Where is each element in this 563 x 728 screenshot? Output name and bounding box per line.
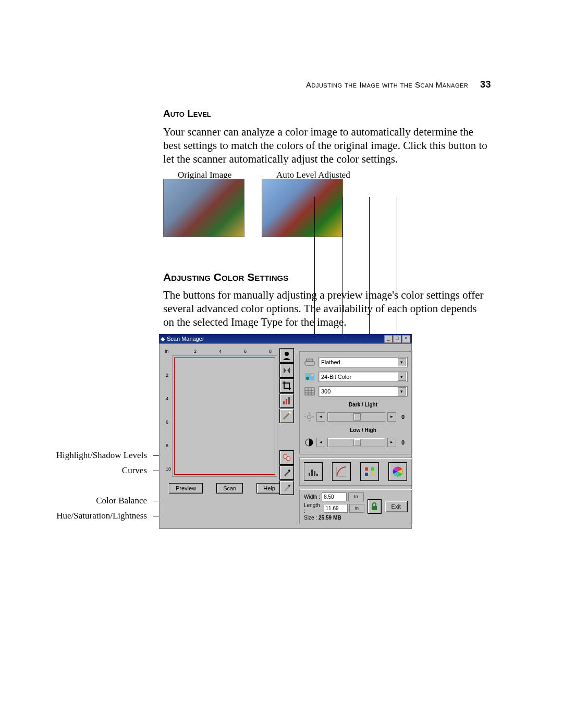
tool-mirror[interactable]	[279, 363, 294, 378]
minimize-button[interactable]: _	[384, 335, 393, 343]
curves-button[interactable]	[332, 462, 351, 481]
low-high-slider[interactable]	[327, 438, 385, 447]
svg-rect-33	[365, 473, 368, 476]
dark-light-value: 0	[398, 413, 408, 421]
callout-highlight-shadow: Highlight/Shadow Levels	[56, 450, 147, 461]
paragraph-adjusting-color-settings: The buttons for manually adjusting a pre…	[163, 288, 489, 329]
svg-rect-36	[372, 506, 377, 510]
color-balance-button[interactable]	[360, 462, 379, 481]
app-icon: ◆	[161, 336, 165, 342]
svg-rect-25	[309, 473, 310, 476]
svg-point-12	[306, 377, 309, 380]
dark-light-label: Dark / Light	[319, 402, 408, 408]
tool-wand[interactable]	[279, 409, 294, 423]
ruler-horizontal: In 2 4 6 8	[172, 348, 277, 356]
tool-levels[interactable]	[279, 393, 294, 408]
svg-rect-34	[371, 473, 374, 476]
color-mode-combo[interactable]: 24-Bit Color	[319, 372, 408, 382]
eyedropper-icon	[282, 483, 291, 492]
thumbnail-original	[163, 179, 244, 237]
running-head: Adjusting the Image with the Scan Manage…	[306, 79, 491, 90]
low-high-value: 0	[398, 438, 408, 447]
heading-adjusting-color-settings: Adjusting Color Settings	[163, 271, 288, 283]
svg-rect-3	[288, 397, 290, 404]
scan-button[interactable]: Scan	[216, 483, 243, 493]
svg-rect-26	[311, 470, 313, 476]
close-button[interactable]: ×	[402, 335, 410, 343]
resolution-combo[interactable]: 300	[319, 386, 408, 397]
svg-point-6	[286, 456, 290, 461]
tool-crop[interactable]	[279, 378, 294, 393]
callout-color-balance: Color Balance	[96, 496, 147, 506]
low-high-inc[interactable]: ▸	[387, 438, 396, 447]
svg-point-19	[307, 415, 311, 419]
ruler-unit-label: In	[165, 349, 169, 354]
svg-rect-10	[307, 359, 313, 361]
wand-icon	[282, 411, 291, 421]
svg-rect-27	[314, 471, 315, 476]
tool-face-picker[interactable]	[279, 450, 294, 465]
svg-rect-32	[371, 467, 374, 471]
length-unit[interactable]: In	[349, 504, 364, 513]
window-title: Scan Manager	[167, 336, 204, 342]
heading-auto-level: Auto Level	[163, 108, 211, 119]
svg-rect-31	[365, 467, 368, 471]
dark-light-inc[interactable]: ▸	[387, 412, 396, 422]
histogram-icon	[307, 465, 320, 478]
svg-point-13	[311, 374, 313, 376]
balance-icon	[363, 465, 376, 478]
brightness-icon	[304, 412, 314, 422]
hsl-wheel-icon	[391, 465, 404, 478]
svg-rect-9	[305, 361, 314, 365]
preview-button[interactable]: Preview	[169, 483, 203, 493]
resolution-icon	[304, 386, 315, 397]
settings-panel: Flatbed 24-Bit Color	[296, 348, 415, 524]
person-icon	[282, 351, 291, 360]
length-value[interactable]: 11.69	[324, 504, 348, 513]
tool-silhouette[interactable]	[279, 348, 294, 363]
size-label: Size :	[304, 515, 317, 521]
eyedropper-icon	[282, 468, 291, 477]
svg-rect-1	[283, 401, 285, 404]
face-icon	[282, 453, 291, 462]
svg-rect-14	[305, 388, 314, 395]
callout-curves: Curves	[122, 465, 147, 476]
low-high-dec[interactable]: ◂	[316, 438, 325, 447]
preview-panel: In 2 4 6 8 2 4 6 8 10	[164, 348, 277, 524]
svg-point-0	[285, 352, 289, 356]
scan-manager-window: ◆ Scan Manager _ □ × In 2 4 6 8	[159, 334, 412, 529]
maximize-button[interactable]: □	[393, 335, 401, 343]
tool-eyedropper-b[interactable]	[279, 480, 294, 495]
low-high-label: Low / High	[319, 427, 408, 433]
running-head-text: Adjusting the Image with the Scan Manage…	[306, 80, 468, 89]
levels-icon	[282, 396, 291, 405]
highlight-shadow-button[interactable]	[304, 462, 323, 481]
hsl-button[interactable]	[388, 462, 407, 481]
preview-area[interactable]	[172, 355, 277, 477]
thumbnail-adjusted	[262, 179, 343, 237]
lock-aspect-button[interactable]	[368, 499, 382, 514]
help-button[interactable]: Help	[256, 483, 282, 493]
paragraph-auto-level: Your scanner can analyze a color image t…	[163, 125, 489, 166]
size-frame: Width : 8.50 In Length : 11.69 In Size :…	[299, 489, 412, 524]
tool-column	[279, 348, 294, 524]
width-value[interactable]: 8.50	[322, 492, 347, 501]
dark-light-slider[interactable]	[327, 412, 385, 422]
svg-rect-28	[316, 474, 318, 476]
source-combo[interactable]: Flatbed	[319, 357, 408, 367]
exit-button[interactable]: Exit	[385, 501, 408, 512]
callout-hsl: Hue/Saturation/Lightness	[56, 511, 147, 521]
width-label: Width :	[304, 494, 320, 500]
scanner-icon	[304, 357, 315, 367]
titlebar[interactable]: ◆ Scan Manager _ □ ×	[159, 334, 412, 343]
width-unit[interactable]: In	[348, 492, 364, 501]
size-unit: MB	[333, 515, 341, 521]
color-mode-icon	[304, 372, 315, 382]
length-label: Length :	[304, 502, 322, 514]
dark-light-dec[interactable]: ◂	[316, 412, 325, 422]
svg-rect-2	[286, 399, 287, 404]
tool-eyedropper-a[interactable]	[279, 465, 294, 480]
contrast-icon	[304, 437, 314, 448]
mirror-icon	[282, 366, 291, 375]
crop-icon	[282, 381, 291, 390]
